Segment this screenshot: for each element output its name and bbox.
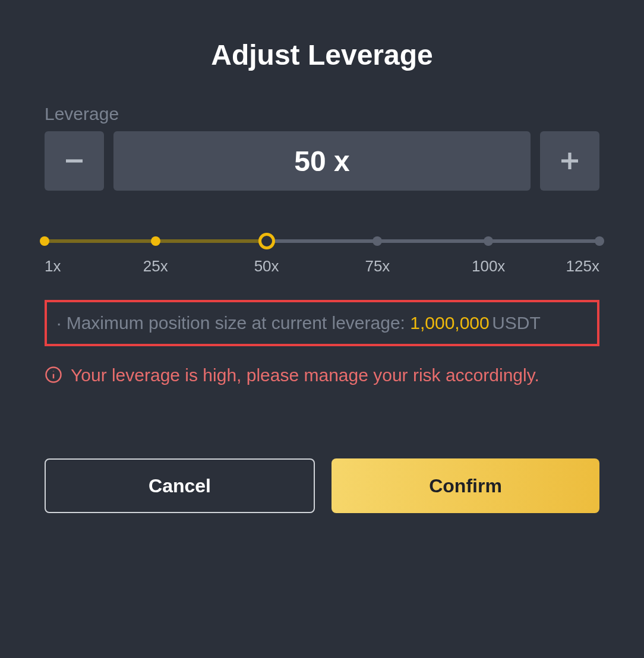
info-icon xyxy=(45,365,62,390)
slider-label: 125x xyxy=(566,257,599,276)
info-prefix: · Maximum position size at current lever… xyxy=(56,313,410,333)
cancel-button[interactable]: Cancel xyxy=(45,458,315,513)
modal-title: Adjust Leverage xyxy=(45,39,599,71)
action-buttons: Cancel Confirm xyxy=(45,458,599,513)
slider-tick[interactable] xyxy=(40,236,49,246)
minus-icon xyxy=(62,148,87,173)
slider-label: 75x xyxy=(365,257,390,276)
slider-label: 50x xyxy=(254,257,279,276)
slider-label: 1x xyxy=(45,257,61,276)
plus-icon xyxy=(557,148,582,173)
increase-button[interactable] xyxy=(540,131,599,191)
slider-tick[interactable] xyxy=(595,236,604,246)
slider-tick[interactable] xyxy=(484,236,493,246)
info-unit: USDT xyxy=(492,313,541,333)
leverage-value-input[interactable]: 50 x xyxy=(113,131,531,191)
slider-label: 25x xyxy=(143,257,168,276)
info-value: 1,000,000 xyxy=(410,313,489,333)
risk-warning: Your leverage is high, please manage you… xyxy=(45,363,599,390)
leverage-slider[interactable]: 1x 25x 50x 75x 100x 125x xyxy=(45,232,599,276)
slider-tick[interactable] xyxy=(372,236,382,246)
slider-thumb[interactable] xyxy=(258,233,275,249)
slider-label: 100x xyxy=(472,257,505,276)
confirm-button[interactable]: Confirm xyxy=(332,458,599,513)
leverage-field-label: Leverage xyxy=(45,104,599,124)
max-position-info: · Maximum position size at current lever… xyxy=(45,300,599,346)
decrease-button[interactable] xyxy=(45,131,104,191)
leverage-stepper: 50 x xyxy=(45,131,599,191)
adjust-leverage-modal: Adjust Leverage Leverage 50 x xyxy=(0,0,644,658)
slider-tick[interactable] xyxy=(151,236,160,246)
warning-text: Your leverage is high, please manage you… xyxy=(71,363,539,388)
